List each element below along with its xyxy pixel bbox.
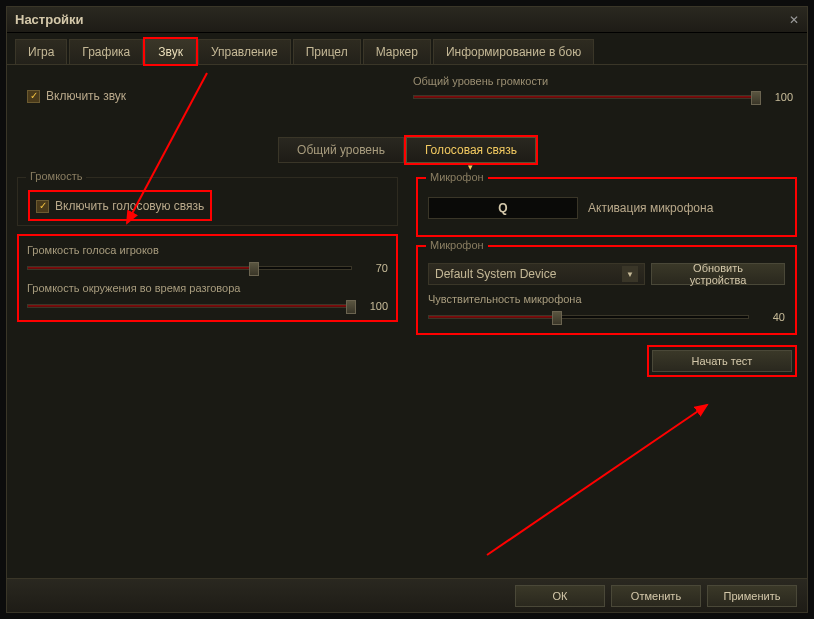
- mic-group-title: Микрофон: [426, 171, 488, 183]
- mic-key-label: Активация микрофона: [588, 201, 713, 215]
- enable-sound-checkbox[interactable]: ✓ Включить звук: [27, 89, 126, 103]
- main-tabs: Игра Графика Звук Управление Прицел Марк…: [7, 33, 807, 65]
- volume-group-title: Громкость: [26, 170, 86, 182]
- mic-device-row: Default System Device ▼ Обновить устройс…: [428, 263, 785, 285]
- checkbox-icon: ✓: [27, 90, 40, 103]
- mic-device-group-title: Микрофон: [426, 239, 488, 251]
- test-row: Начать тест: [416, 345, 797, 377]
- mic-sensitivity-value: 40: [757, 311, 785, 323]
- columns: Громкость ✓ Включить голосовую связь Гро…: [17, 177, 797, 377]
- mic-device-group: Микрофон Default System Device ▼ Обновит…: [416, 245, 797, 335]
- subtab-general[interactable]: Общий уровень: [278, 137, 404, 163]
- ok-button[interactable]: ОК: [515, 585, 605, 607]
- chevron-down-icon: ▼: [622, 266, 638, 282]
- window-title: Настройки: [15, 12, 84, 27]
- sub-tabs: Общий уровень Голосовая связь: [17, 137, 797, 163]
- left-column: Громкость ✓ Включить голосовую связь Гро…: [17, 177, 398, 377]
- mic-device-selected: Default System Device: [435, 267, 556, 281]
- svg-line-1: [487, 405, 707, 555]
- tab-graphics[interactable]: Графика: [69, 39, 143, 64]
- voice-volume-block: Громкость голоса игроков 70: [27, 244, 388, 274]
- mic-key-input[interactable]: Q: [428, 197, 578, 219]
- tab-marker[interactable]: Маркер: [363, 39, 431, 64]
- close-icon[interactable]: ✕: [785, 11, 803, 29]
- master-volume-label: Общий уровень громкости: [413, 75, 793, 87]
- voice-volume-slider[interactable]: [27, 266, 352, 270]
- master-volume-slider[interactable]: [413, 95, 757, 99]
- mic-key-row: Q Активация микрофона: [428, 191, 785, 225]
- apply-button[interactable]: Применить: [707, 585, 797, 607]
- ambient-volume-value: 100: [360, 300, 388, 312]
- refresh-devices-button[interactable]: Обновить устройства: [651, 263, 785, 285]
- mic-sensitivity-slider[interactable]: [428, 315, 749, 319]
- tab-controls[interactable]: Управление: [198, 39, 291, 64]
- cancel-button[interactable]: Отменить: [611, 585, 701, 607]
- tab-reticle[interactable]: Прицел: [293, 39, 361, 64]
- enable-sound-label: Включить звук: [46, 89, 126, 103]
- mic-activation-group: Микрофон Q Активация микрофона: [416, 177, 797, 237]
- right-column: Микрофон Q Активация микрофона Микрофон …: [416, 177, 797, 377]
- voice-volume-label: Громкость голоса игроков: [27, 244, 388, 256]
- subtab-voice[interactable]: Голосовая связь: [406, 137, 536, 163]
- ambient-volume-label: Громкость окружения во время разговора: [27, 282, 388, 294]
- mic-device-dropdown[interactable]: Default System Device ▼: [428, 263, 645, 285]
- voice-volume-value: 70: [360, 262, 388, 274]
- enable-voice-label: Включить голосовую связь: [55, 199, 204, 213]
- checkbox-icon: ✓: [36, 200, 49, 213]
- tab-notifications[interactable]: Информирование в бою: [433, 39, 594, 64]
- mic-sensitivity-block: Чувствительность микрофона 40: [428, 293, 785, 323]
- annotation-arrow-2: [477, 395, 737, 565]
- footer: ОК Отменить Применить: [7, 578, 807, 612]
- tab-game[interactable]: Игра: [15, 39, 67, 64]
- settings-window: Настройки ✕ Игра Графика Звук Управление…: [6, 6, 808, 613]
- enable-voice-highlight: ✓ Включить голосовую связь: [28, 190, 212, 221]
- ambient-volume-slider[interactable]: [27, 304, 352, 308]
- titlebar: Настройки ✕: [7, 7, 807, 33]
- master-volume-value: 100: [765, 91, 793, 103]
- content-area: ✓ Включить звук Общий уровень громкости …: [7, 65, 807, 580]
- start-test-button[interactable]: Начать тест: [652, 350, 792, 372]
- enable-voice-checkbox[interactable]: ✓ Включить голосовую связь: [36, 199, 204, 213]
- volume-group: Громкость ✓ Включить голосовую связь: [17, 177, 398, 226]
- ambient-volume-block: Громкость окружения во время разговора 1…: [27, 282, 388, 312]
- mic-sensitivity-label: Чувствительность микрофона: [428, 293, 785, 305]
- tab-sound[interactable]: Звук: [145, 39, 196, 64]
- volume-sliders-highlight: Громкость голоса игроков 70 Громкость ок…: [17, 234, 398, 322]
- master-volume-block: Общий уровень громкости 100: [413, 75, 793, 103]
